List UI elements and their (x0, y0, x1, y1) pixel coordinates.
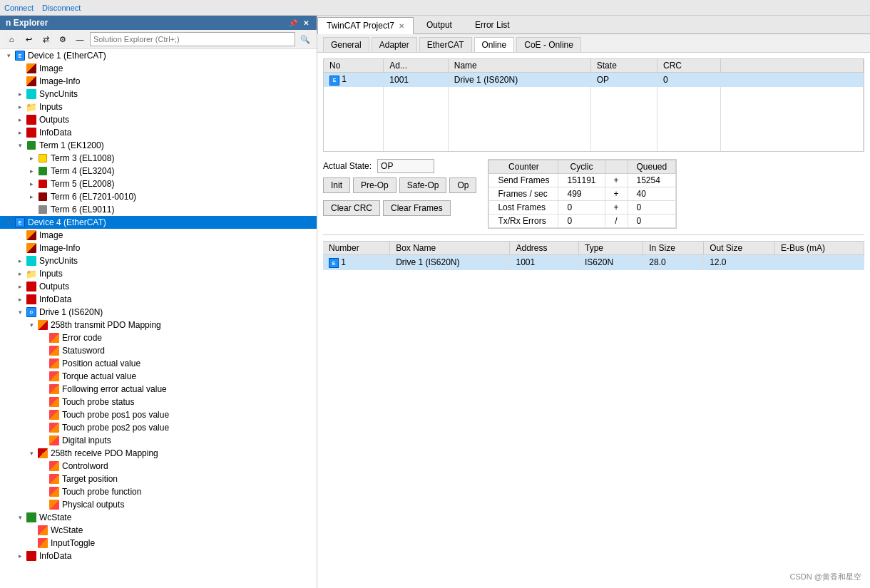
tree-item-digitalin[interactable]: Digital inputs (0, 434, 317, 447)
pre-op-button[interactable]: Pre-Op (353, 177, 396, 193)
tree-expand-drive1[interactable]: ▾ (14, 309, 26, 316)
panel-title: n Explorer (6, 18, 48, 28)
top-toolbar: Connect Disconnect (0, 0, 870, 16)
tree-item-posactual[interactable]: Position actual value (0, 357, 317, 370)
sub-tab-coe-online[interactable]: CoE - Online (516, 37, 581, 52)
search-button[interactable]: 🔍 (298, 32, 312, 46)
tree-item-wcstate[interactable]: ▾ WcState (0, 511, 317, 524)
tree-item-followingerror[interactable]: Following error actual value (0, 383, 317, 396)
btcell-boxname: Drive 1 (IS620N) (390, 254, 510, 270)
tree-item-touchfunc[interactable]: Touch probe function (0, 485, 317, 498)
connect-link[interactable]: Connect (4, 4, 34, 12)
tree-item-torqueactual[interactable]: Torque actual value (0, 370, 317, 383)
tree-expand-syncunits1[interactable]: ▸ (14, 91, 26, 98)
tree-item-syncunits4[interactable]: ▸ SyncUnits (0, 254, 317, 267)
tab-project7[interactable]: TwinCAT Project7 ✕ (317, 17, 414, 34)
tree-container[interactable]: ▾ E Device 1 (EtherCAT) Image Image-Info… (0, 49, 317, 588)
tree-item-image4[interactable]: Image (0, 229, 317, 242)
tree-item-physout[interactable]: Physical outputs (0, 498, 317, 511)
actual-state-input[interactable] (377, 159, 434, 173)
tree-expand-outputs1[interactable]: ▸ (14, 116, 26, 123)
tree-item-imageinfo1[interactable]: Image-Info (0, 75, 317, 88)
tree-item-pdo258rx[interactable]: ▾ 258th receive PDO Mapping (0, 447, 317, 460)
safe-op-button[interactable]: Safe-Op (399, 177, 447, 193)
tree-expand-device4[interactable]: ▾ (3, 219, 14, 226)
btcell-type: IS620N (579, 254, 643, 270)
bottom-table-row[interactable]: E 1 Drive 1 (IS620N) 1001 IS620N 28.0 12… (323, 254, 864, 270)
tree-expand-term6a[interactable]: ▸ (26, 193, 37, 200)
tree-expand-inputs4[interactable]: ▸ (14, 270, 26, 277)
device-table-row[interactable]: E 1 1001 Drive 1 (IS620N) OP 0 (324, 73, 864, 87)
back-button[interactable]: ↩ (21, 32, 36, 46)
tab-output[interactable]: Output (415, 17, 464, 33)
tree-item-syncunits1[interactable]: ▸ SyncUnits (0, 88, 317, 100)
tree-label-wcstatevar: WcState (51, 525, 83, 535)
tab-errorlist[interactable]: Error List (464, 17, 521, 33)
sub-tab-online[interactable]: Online (474, 37, 515, 52)
tree-item-term5[interactable]: ▸ Term 5 (EL2008) (0, 177, 317, 190)
tree-item-statusword[interactable]: Statusword (0, 344, 317, 357)
tree-item-image1[interactable]: Image (0, 62, 317, 75)
minus-button[interactable]: — (73, 32, 87, 46)
tree-item-touchstatus[interactable]: Touch probe status (0, 396, 317, 408)
settings-button[interactable]: ⚙ (56, 32, 70, 46)
tree-item-term6b[interactable]: Term 6 (EL9011) (0, 203, 317, 216)
solution-explorer-toolbar: ⌂ ↩ ⇄ ⚙ — 🔍 (0, 30, 317, 49)
tree-item-infodata4[interactable]: ▸ InfoData (0, 293, 317, 306)
tree-item-term3[interactable]: ▸ Term 3 (EL1008) (0, 152, 317, 165)
tree-expand-term1[interactable]: ▾ (14, 142, 26, 149)
clear-frames-button[interactable]: Clear Frames (383, 200, 451, 216)
init-button[interactable]: Init (323, 177, 350, 193)
sync-button[interactable]: ⇄ (39, 32, 53, 46)
tree-item-touchpos1[interactable]: Touch probe pos1 pos value (0, 408, 317, 421)
tree-expand-inputs1[interactable]: ▸ (14, 103, 26, 110)
sub-tab-ethercat[interactable]: EtherCAT (419, 37, 472, 52)
tree-expand-device1[interactable]: ▾ (3, 52, 14, 59)
tree-item-inputs4[interactable]: ▸ 📁 Inputs (0, 267, 317, 280)
tree-item-pdo258tx[interactable]: ▾ 258th transmit PDO Mapping (0, 319, 317, 331)
tree-item-device4[interactable]: ▾ E Device 4 (EtherCAT) (0, 216, 317, 229)
tree-item-drive1[interactable]: ▾ D Drive 1 (IS620N) (0, 306, 317, 319)
op-button[interactable]: Op (449, 177, 476, 193)
tree-expand-infodata4b[interactable]: ▸ (14, 552, 26, 559)
tree-item-term4[interactable]: ▸ Term 4 (EL3204) (0, 165, 317, 177)
tree-expand-pdo258tx[interactable]: ▾ (26, 321, 37, 329)
tree-item-wcstatevar[interactable]: WcState (0, 524, 317, 537)
tree-expand-term5[interactable]: ▸ (26, 180, 37, 187)
home-button[interactable]: ⌂ (4, 32, 19, 46)
counter-cyclic: 499 (558, 187, 605, 200)
close-icon[interactable]: ✕ (301, 18, 311, 28)
tab-project7-close[interactable]: ✕ (399, 22, 404, 30)
disconnect-link[interactable]: Disconnect (42, 4, 81, 12)
sub-tab-general[interactable]: General (323, 37, 369, 52)
tree-expand-term3[interactable]: ▸ (26, 155, 37, 162)
tree-item-outputs1[interactable]: ▸ Outputs (0, 113, 317, 126)
tree-item-infodata4b[interactable]: ▸ InfoData (0, 550, 317, 562)
tree-expand-infodata1[interactable]: ▸ (14, 129, 26, 136)
tree-expand-pdo258rx[interactable]: ▾ (26, 450, 37, 457)
tree-item-term1[interactable]: ▾ Term 1 (EK1200) (0, 139, 317, 152)
tree-expand-syncunits4[interactable]: ▸ (14, 257, 26, 264)
tree-expand-infodata4[interactable]: ▸ (14, 296, 26, 303)
tree-item-term6a[interactable]: ▸ Term 6 (EL7201-0010) (0, 190, 317, 203)
pin-icon[interactable]: 📌 (288, 18, 298, 28)
tree-item-targetpos[interactable]: Target position (0, 473, 317, 485)
sub-tab-adapter[interactable]: Adapter (372, 37, 417, 52)
tree-item-outputs4[interactable]: ▸ Outputs (0, 280, 317, 293)
tree-item-infodata1[interactable]: ▸ InfoData (0, 126, 317, 139)
tree-item-device1[interactable]: ▾ E Device 1 (EtherCAT) (0, 49, 317, 62)
tree-expand-term4[interactable]: ▸ (26, 167, 37, 175)
tree-expand-outputs4[interactable]: ▸ (14, 283, 26, 290)
tree-item-inputs1[interactable]: ▸ 📁 Inputs (0, 100, 317, 113)
counter-label: Lost Frames (489, 200, 558, 214)
search-input[interactable] (90, 32, 295, 46)
tree-label-touchfunc: Touch probe function (62, 487, 141, 497)
tree-expand-wcstate[interactable]: ▾ (14, 514, 26, 521)
tree-item-controlword[interactable]: Controlword (0, 460, 317, 473)
tree-item-errorcode[interactable]: Error code (0, 331, 317, 344)
clear-crc-button[interactable]: Clear CRC (323, 200, 380, 216)
tree-item-inputtoggle[interactable]: InputToggle (0, 537, 317, 550)
tree-item-imageinfo4[interactable]: Image-Info (0, 242, 317, 254)
main-tab-bar: TwinCAT Project7 ✕ Output Error List (317, 16, 870, 34)
tree-item-touchpos2[interactable]: Touch probe pos2 pos value (0, 421, 317, 434)
